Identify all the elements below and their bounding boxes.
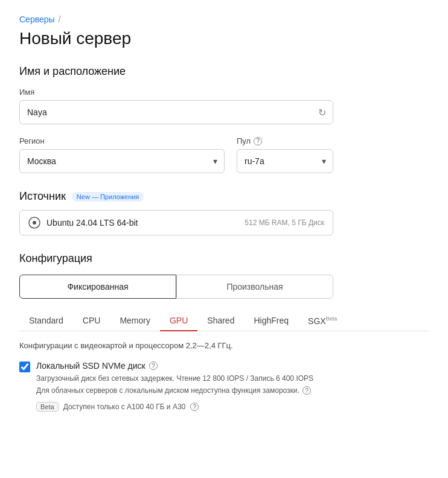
breadcrumb-link[interactable]: Серверы: [19, 14, 55, 24]
nvme-content: Локальный SSD NVMe диск ? Загрузочный ди…: [36, 361, 313, 412]
tab-standard[interactable]: Standard: [19, 311, 73, 331]
pool-label: Пул: [237, 136, 251, 145]
region-field-group: Регион Москва ▾: [19, 136, 225, 173]
region-select-wrapper: Москва ▾: [19, 149, 225, 173]
nvme-freeze-info-icon[interactable]: ?: [302, 386, 311, 395]
region-label: Регион: [19, 136, 225, 145]
region-select[interactable]: Москва: [19, 149, 225, 173]
tab-sgx[interactable]: SGXBeta: [298, 311, 347, 332]
config-tabs: Standard CPU Memory GPU Shared HighFreq …: [19, 311, 429, 331]
svg-point-1: [33, 221, 36, 225]
tab-shared[interactable]: Shared: [197, 311, 244, 331]
nvme-beta-row: Beta Доступен только с А100 40 ГБ и А30 …: [36, 402, 313, 412]
name-input-wrapper: ↻: [19, 100, 333, 124]
nvme-info-icon[interactable]: ?: [149, 362, 158, 370]
source-option-left: Ubuntu 24.04 LTS 64-bit: [28, 217, 138, 229]
pool-field-group: Пул ? ru-7a ▾: [237, 136, 333, 173]
pool-label-row: Пул ?: [237, 136, 333, 145]
refresh-icon[interactable]: ↻: [318, 107, 326, 118]
source-badge: New — Приложения: [72, 192, 144, 202]
nvme-desc1: Загрузочный диск без сетевых задержек. Ч…: [36, 373, 313, 384]
name-location-title: Имя и расположение: [19, 65, 429, 78]
nvme-row: Локальный SSD NVMe диск ? Загрузочный ди…: [19, 361, 429, 412]
source-option-name: Ubuntu 24.04 LTS 64-bit: [46, 218, 138, 228]
name-location-section: Имя и расположение Имя ↻ Регион Москва ▾…: [19, 65, 429, 173]
breadcrumb-separator: /: [59, 14, 61, 24]
tab-highfreq[interactable]: HighFreq: [244, 311, 298, 331]
toggle-fixed-button[interactable]: Фиксированная: [19, 275, 176, 299]
tab-gpu[interactable]: GPU: [160, 311, 197, 331]
config-title: Конфигурация: [19, 252, 429, 265]
name-input[interactable]: [19, 100, 333, 124]
pool-info-icon[interactable]: ?: [254, 137, 262, 145]
name-label: Имя: [19, 88, 429, 97]
config-section: Конфигурация Фиксированная Произвольная …: [19, 252, 429, 412]
gpu-description: Конфигурации с видеокартой и процессором…: [19, 341, 382, 350]
nvme-label-text: Локальный SSD NVMe диск: [36, 361, 146, 371]
breadcrumb: Серверы /: [19, 14, 429, 24]
nvme-desc2-row: Для облачных серверов с локальным диском…: [36, 385, 313, 396]
nvme-desc2-text: Для облачных серверов с локальным диском…: [36, 385, 299, 396]
nvme-checkbox[interactable]: [19, 362, 30, 372]
tab-memory[interactable]: Memory: [110, 311, 160, 331]
toggle-custom-button[interactable]: Произвольная: [176, 275, 333, 299]
nvme-beta-info: Доступен только с А100 40 ГБ и А30: [63, 403, 186, 411]
source-section: Источник New — Приложения Ubuntu 24.04 L…: [19, 190, 429, 235]
nvme-beta-badge: Beta: [36, 402, 59, 412]
page-title: Новый сервер: [19, 29, 429, 48]
source-header: Источник New — Приложения: [19, 190, 429, 203]
pool-select-wrapper: ru-7a ▾: [237, 149, 333, 173]
source-title: Источник: [19, 190, 66, 203]
source-option[interactable]: Ubuntu 24.04 LTS 64-bit 512 МБ RAM, 5 ГБ…: [19, 210, 333, 235]
region-pool-row: Регион Москва ▾ Пул ? ru-7a ▾: [19, 136, 429, 173]
source-option-specs: 512 МБ RAM, 5 ГБ Диск: [245, 218, 324, 227]
tab-cpu[interactable]: CPU: [73, 311, 110, 331]
config-toggle: Фиксированная Произвольная: [19, 275, 333, 299]
disk-icon: [28, 217, 40, 229]
nvme-beta-info-icon[interactable]: ?: [190, 403, 199, 411]
sgx-beta-label: Beta: [326, 316, 338, 322]
pool-select[interactable]: ru-7a: [237, 149, 333, 173]
nvme-label-row: Локальный SSD NVMe диск ?: [36, 361, 313, 371]
